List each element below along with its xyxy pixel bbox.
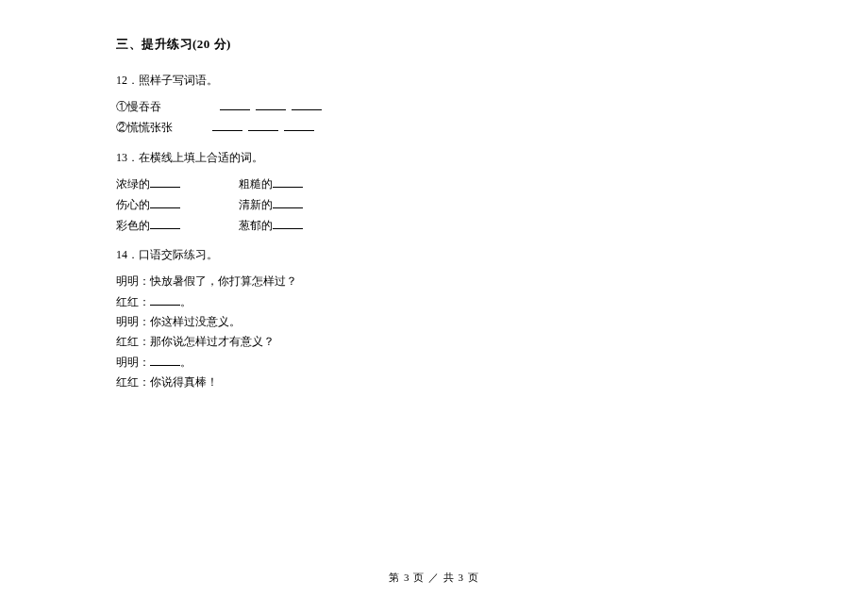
dialogue-line: 明明：你这样过没意义。 [116, 313, 566, 331]
q12-row-2: ②慌慌张张 [116, 118, 566, 137]
dialogue-line: 红红：你说得真棒！ [116, 373, 566, 391]
blank-field[interactable] [212, 118, 242, 131]
q13-left-3: 彩色的 [116, 219, 150, 232]
page-footer: 第 3 页 ／ 共 3 页 [0, 571, 868, 585]
q14-prompt-text: 口语交际练习。 [139, 248, 218, 261]
q13-number: 13． [116, 151, 139, 164]
dialogue-text: 明明：快放暑假了，你打算怎样过？ [116, 274, 297, 288]
q13-left-2: 伤心的 [116, 198, 150, 211]
dialogue-text: 红红： [116, 295, 150, 308]
dialogue-line: 红红：。 [116, 292, 566, 311]
q12-prompt-text: 照样子写词语。 [139, 74, 218, 87]
blank-field[interactable] [150, 174, 180, 188]
dialogue-text: 红红：你说得真棒！ [116, 375, 218, 389]
page-content: 三、提升练习(20 分) 12．照样子写词语。 ①慢吞吞 ②慌慌张张 13．在横… [0, 0, 566, 392]
dialogue-suffix: 。 [180, 356, 192, 369]
q12-number: 12． [116, 74, 139, 87]
q13-row-1: 浓绿的粗糙的 [116, 174, 566, 193]
blank-field[interactable] [220, 97, 250, 110]
dialogue-text: 明明：你这样过没意义。 [116, 315, 241, 328]
question-13-prompt: 13．在横线上填上合适的词。 [116, 149, 566, 167]
blank-field[interactable] [248, 118, 278, 131]
dialogue-text: 红红：那你说怎样过才有意义？ [116, 335, 275, 348]
q13-prompt-text: 在横线上填上合适的词。 [139, 151, 263, 164]
q13-right-2: 清新的 [239, 198, 273, 211]
blank-field[interactable] [273, 195, 303, 208]
dialogue-text: 明明： [116, 356, 150, 369]
blank-field[interactable] [256, 97, 286, 110]
blank-field[interactable] [292, 97, 322, 110]
q13-left-1: 浓绿的 [116, 177, 150, 191]
dialogue-suffix: 。 [180, 295, 192, 308]
q12-item-1: ①慢吞吞 [116, 100, 161, 113]
q13-right-1: 粗糙的 [239, 177, 273, 191]
q12-row-1: ①慢吞吞 [116, 97, 566, 116]
question-14-prompt: 14．口语交际练习。 [116, 246, 566, 264]
q14-number: 14． [116, 248, 139, 261]
dialogue-line: 红红：那你说怎样过才有意义？ [116, 333, 566, 351]
blank-field[interactable] [273, 216, 303, 229]
q13-row-3: 彩色的葱郁的 [116, 216, 566, 235]
blank-field[interactable] [284, 118, 314, 131]
q13-row-2: 伤心的清新的 [116, 195, 566, 214]
blank-field[interactable] [273, 174, 303, 188]
q12-item-2: ②慌慌张张 [116, 121, 173, 134]
dialogue-line: 明明：快放暑假了，你打算怎样过？ [116, 273, 566, 290]
blank-field[interactable] [150, 216, 180, 229]
question-12-prompt: 12．照样子写词语。 [116, 72, 566, 90]
blank-field[interactable] [150, 353, 180, 366]
blank-field[interactable] [150, 292, 180, 306]
blank-field[interactable] [150, 195, 180, 208]
dialogue-line: 明明：。 [116, 353, 566, 372]
q13-right-3: 葱郁的 [239, 219, 273, 232]
section-title: 三、提升练习(20 分) [116, 36, 566, 53]
